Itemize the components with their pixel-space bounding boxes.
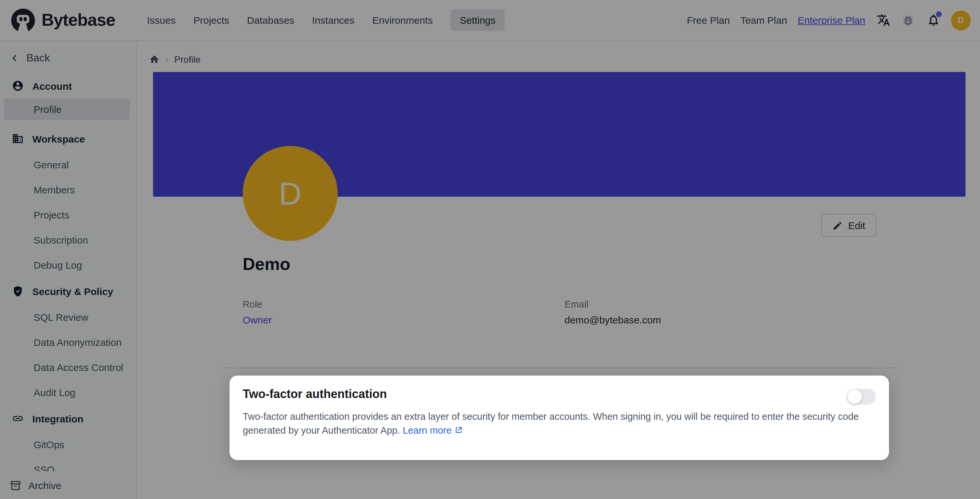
external-link-icon (454, 426, 463, 434)
two-factor-title: Two-factor authentication (243, 387, 876, 401)
learn-more-label: Learn more (402, 425, 452, 436)
toggle-knob (848, 389, 862, 404)
two-factor-description: Two-factor authentication provides an ex… (243, 410, 862, 438)
two-factor-toggle[interactable] (847, 389, 876, 405)
two-factor-description-text: Two-factor authentication provides an ex… (243, 411, 859, 436)
app-root: Bytebase Issues Projects Databases Insta… (0, 0, 980, 499)
two-factor-card: Two-factor authentication Two-factor aut… (229, 376, 889, 460)
learn-more-link[interactable]: Learn more (402, 425, 463, 436)
